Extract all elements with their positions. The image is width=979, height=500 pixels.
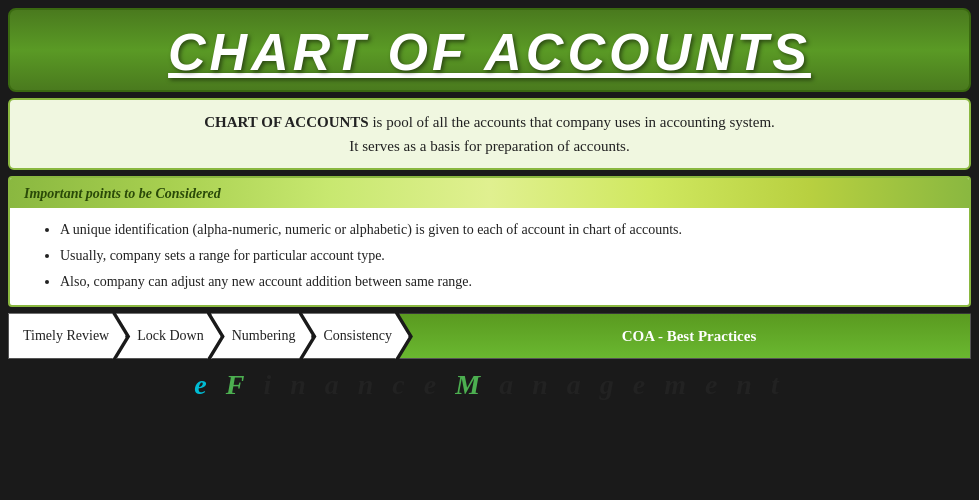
footer: e F i n a n c e M a n a g e m e n t xyxy=(8,365,971,401)
practice-label-text: Numbering xyxy=(232,328,296,344)
practice-numbering[interactable]: Numbering xyxy=(211,313,313,359)
description-box: CHART OF ACCOUNTS is pool of all the acc… xyxy=(8,98,971,170)
description-bold: CHART OF ACCOUNTS xyxy=(204,114,369,130)
practice-label-text: COA - Best Practices xyxy=(622,328,757,345)
practice-timely-review[interactable]: Timely Review xyxy=(8,313,126,359)
practice-lock-down[interactable]: Lock Down xyxy=(116,313,221,359)
page-title: CHART OF ACCOUNTS xyxy=(30,22,949,82)
title-bar: CHART OF ACCOUNTS xyxy=(8,8,971,92)
main-container: CHART OF ACCOUNTS CHART OF ACCOUNTS is p… xyxy=(0,0,979,500)
important-header: Important points to be Considered xyxy=(10,178,969,208)
description-text1: is pool of all the accounts that company… xyxy=(369,114,775,130)
footer-brand: e F i n a n c e M a n a g e m e n t xyxy=(194,369,784,401)
footer-F: F xyxy=(213,369,251,401)
important-header-label: Important points to be Considered xyxy=(24,186,221,201)
description-text: CHART OF ACCOUNTS is pool of all the acc… xyxy=(30,110,949,158)
footer-e: e xyxy=(194,369,212,401)
practice-coa-best-practices[interactable]: COA - Best Practices xyxy=(399,313,971,359)
practice-consistency[interactable]: Consistency xyxy=(302,313,408,359)
important-content: A unique identification (alpha-numeric, … xyxy=(10,208,969,305)
list-item: A unique identification (alpha-numeric, … xyxy=(60,218,949,242)
important-section: Important points to be Considered A uniq… xyxy=(8,176,971,307)
footer-anagement: a n a g e m e n t xyxy=(486,369,785,401)
practices-bar: Timely Review Lock Down Numbering Consis… xyxy=(8,313,971,359)
footer-inance: i n a n c e xyxy=(250,369,442,401)
practice-label-text: Timely Review xyxy=(23,328,109,344)
footer-M: M xyxy=(442,369,486,401)
list-item: Also, company can adjust any new account… xyxy=(60,270,949,294)
practice-label-text: Lock Down xyxy=(137,328,204,344)
practice-label-text: Consistency xyxy=(323,328,391,344)
list-item: Usually, company sets a range for partic… xyxy=(60,244,949,268)
description-text2: It serves as a basis for preparation of … xyxy=(349,138,629,154)
bullet-list: A unique identification (alpha-numeric, … xyxy=(40,218,949,293)
